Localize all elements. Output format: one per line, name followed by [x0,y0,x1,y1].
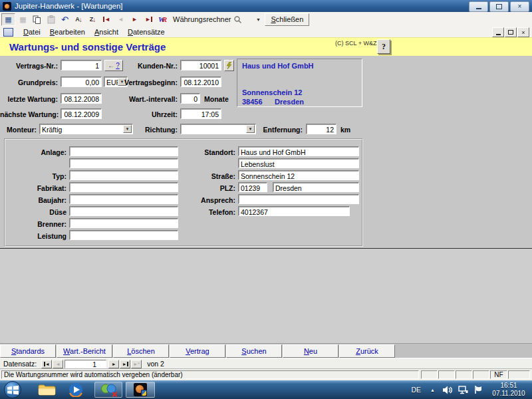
record-number-input[interactable]: 1 [65,360,106,368]
entfernung-field[interactable]: 12 [306,124,336,134]
fabrikat-field[interactable] [69,182,178,192]
close-button[interactable]: × [510,1,529,12]
telefon-field[interactable]: 4012367 [238,206,350,216]
minimize-button[interactable] [469,1,488,12]
help-button[interactable]: ? [377,39,390,54]
paste-button[interactable] [45,14,57,25]
typ-field[interactable] [69,170,178,180]
sort-ascending-button[interactable]: A↓ [72,14,85,25]
status-segment [508,370,530,379]
language-indicator[interactable]: DE [411,386,421,394]
menu-bearbeiten[interactable]: Bearbeiten [45,28,90,36]
anlage-field-1[interactable] [69,146,178,156]
explorer-taskbar-button[interactable] [37,382,57,397]
back-arrow-icon: ← [108,62,114,69]
first-record-nav-button[interactable]: ◄ [41,360,52,368]
media-player-taskbar-button[interactable] [66,382,86,397]
next-record-button[interactable]: ► [128,14,141,25]
anlage-field-2[interactable] [69,158,178,168]
hidden-icons-button[interactable]: ▲ [430,388,435,392]
chevron-down-icon[interactable]: ▼ [123,125,132,133]
menu-datei[interactable]: Datei [19,28,45,36]
richtung-select[interactable]: ▼ [180,124,256,134]
schliessen-button[interactable]: Schließen [265,13,309,26]
monteur-select[interactable]: Kräftig ▼ [39,124,133,134]
undo-button[interactable]: ↶ [59,14,71,25]
action-center-flag-icon[interactable] [474,385,483,394]
network-icon[interactable] [458,386,468,394]
mdi-close-icon: × [521,29,525,36]
last-record-nav-button[interactable]: ► [120,360,130,368]
windows-logo-icon [7,385,19,395]
vertragsbeginn-label: Vertragsbeginn: [116,78,178,86]
jupiter-taskbar-button[interactable] [126,382,155,398]
toolbar-dropdown-button[interactable]: ▼ [254,15,262,24]
first-record-button[interactable]: ◄ [100,14,113,25]
vertragsbeginn-field[interactable]: 08.12.2010 [180,76,221,87]
status-segment [456,370,472,379]
next-record-nav-button[interactable]: ► [108,360,119,368]
suchen-button[interactable]: Suchen [226,344,282,358]
mdi-close-button[interactable]: × [517,27,529,37]
last-record-button[interactable]: ► [142,14,155,25]
status-segment [421,370,438,379]
leistung-field[interactable] [69,230,178,240]
customer-name: Haus und Hof GmbH [242,62,314,70]
duese-field[interactable] [69,206,178,216]
previous-record-button[interactable]: ◄ [114,14,127,25]
vertrags-nr-label: Vertrags-Nr.: [0,62,58,70]
volume-icon[interactable] [443,386,452,394]
taskbar-clock[interactable]: 16:51 07.11.2010 [488,382,529,398]
grundpreis-field[interactable]: 0,00 [61,76,102,87]
plz-field[interactable]: 01239 [238,182,267,192]
monteur-label: Monteur: [0,126,37,134]
vertrag-button[interactable]: Vertrag [170,344,225,358]
currency-wr-icon: WR [158,15,167,23]
mdi-minimize-button[interactable] [492,27,504,37]
loeschen-button[interactable]: Löschen [113,344,169,358]
sort-descending-button[interactable]: Z↓ [86,14,99,25]
customer-lookup-button[interactable] [224,60,234,71]
ansprech-field[interactable] [238,194,359,204]
copy-button[interactable] [31,14,43,25]
previous-record-nav-button[interactable]: ◄ [53,360,63,368]
last-record-icon: ► [145,16,152,23]
wart-intervall-label: Wart.-intervall: [116,95,178,103]
letzte-wartung-label: letzte Wartung: [0,95,58,103]
restore-button[interactable] [489,1,509,12]
uhrzeit-field[interactable]: 17:05 [180,108,221,119]
currency-tool-label: Währungsrechner [173,15,231,23]
design-view-button[interactable]: ▦ [17,14,29,25]
brenner-field[interactable] [69,218,178,228]
naechste-wartung-field[interactable]: 08.12.2009 [61,108,102,119]
taskbar: DE ▲ 16:51 07.11.2010 [0,380,532,399]
standort-field-2[interactable]: Lebenslust [238,158,359,168]
wart-bericht-button[interactable]: Wart.-Bericht [57,344,112,358]
start-button[interactable] [4,381,21,398]
vertrags-nr-field[interactable]: 1 [61,60,102,70]
leistung-label: Leistung [7,232,66,240]
numlock-indicator: NF [490,370,507,379]
minimize-icon [476,8,481,9]
zurueck-button[interactable]: Zurück [339,344,395,358]
neu-button[interactable]: Neu [283,344,338,358]
bolt-icon [226,62,232,69]
kunden-nr-field[interactable]: 10001 [180,60,221,70]
messenger-taskbar-button[interactable] [94,382,122,398]
mdi-restore-button[interactable] [505,27,517,37]
standort-field-1[interactable]: Haus und Hof GmbH [238,146,359,156]
strasse-field[interactable]: Sonnenschein 12 [238,170,359,180]
form-header: Wartungs- und sonstige Verträge (C) SCL … [0,37,532,57]
menu-datensaetze[interactable]: Datensätze [123,28,170,36]
currency-tool-button[interactable]: WR [156,14,169,25]
ort-field[interactable]: Dresden [273,182,359,192]
datasheet-view-button[interactable]: ▦ [1,13,15,26]
chevron-down-icon[interactable]: ▼ [246,125,255,133]
letzte-wartung-field[interactable]: 08.12.2008 [61,93,102,104]
standards-button[interactable]: Standards [0,344,56,358]
menu-ansicht[interactable]: Ansicht [90,28,123,36]
form-system-icon[interactable] [3,28,13,37]
new-record-nav-button[interactable]: ►* [131,360,142,368]
baujahr-field[interactable] [69,194,178,204]
wart-intervall-field[interactable]: 0 [180,93,200,104]
